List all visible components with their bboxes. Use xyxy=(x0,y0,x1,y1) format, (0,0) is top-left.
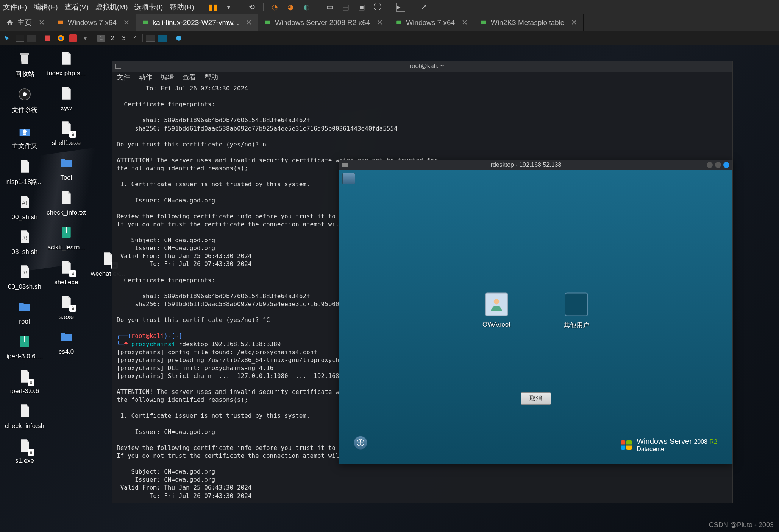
window-icon xyxy=(115,64,121,69)
separator xyxy=(240,3,240,11)
desktop-icon[interactable]: cs4.0 xyxy=(45,328,87,356)
svg-point-26 xyxy=(494,299,500,305)
close-icon[interactable]: ✕ xyxy=(123,18,130,27)
pause-icon[interactable]: ▮▮ xyxy=(208,3,217,12)
desktop-icon[interactable]: 文件系统 xyxy=(4,85,45,114)
desktop-icon[interactable]: index.php.s... xyxy=(45,49,87,77)
file-icon xyxy=(57,258,75,276)
menu-file[interactable]: 文件(E) xyxy=(3,2,27,12)
desktop-icon[interactable]: xyw xyxy=(45,84,87,112)
desktop-icon[interactable]: 主文件夹 xyxy=(4,121,45,150)
cancel-button[interactable]: 取消 xyxy=(521,392,551,405)
updates-icon[interactable] xyxy=(173,33,184,44)
desktop-icon[interactable]: 回收站 xyxy=(4,49,45,78)
menu-help[interactable]: 帮助(H) xyxy=(170,2,194,12)
layout-2-icon[interactable]: ▤ xyxy=(341,3,350,12)
dropdown-icon[interactable]: ▾ xyxy=(80,33,91,44)
file-icon xyxy=(16,402,34,420)
tab-win2k3[interactable]: Win2K3 Metasploitable ✕ xyxy=(474,14,584,31)
tab-winserver[interactable]: Windows Server 2008 R2 x64 ✕ xyxy=(258,14,389,31)
desktop-icon[interactable]: shel.exe xyxy=(45,258,87,286)
vm-icon xyxy=(142,19,149,26)
stretch-icon[interactable]: ⤢ xyxy=(419,3,428,12)
desktop-icon[interactable]: iperf-3.0.6.... xyxy=(4,332,45,360)
close-icon[interactable]: ✕ xyxy=(39,18,45,27)
desktop-icon[interactable]: shell1.exe xyxy=(45,119,87,147)
desktop-icon[interactable]: #!00_sh.sh xyxy=(4,193,45,221)
file-icon: #! xyxy=(16,228,34,246)
menu-edit[interactable]: 编辑(E) xyxy=(34,2,58,12)
term-menu-action[interactable]: 动作 xyxy=(139,73,152,82)
svg-rect-0 xyxy=(58,20,63,24)
maximize-icon[interactable] xyxy=(715,162,721,168)
rdp-user-other[interactable]: 其他用户 xyxy=(564,292,589,329)
terminal-panel-icon[interactable] xyxy=(16,35,24,42)
task-terminal-icon[interactable] xyxy=(146,35,155,42)
tab-win7-1[interactable]: Windows 7 x64 ✕ xyxy=(51,14,136,31)
desktop-icon[interactable]: s.exe xyxy=(45,293,87,321)
editor-icon[interactable] xyxy=(42,33,53,44)
snapshot-revert-icon[interactable]: ◐ xyxy=(302,3,311,12)
rdp-user-owa-root[interactable]: OWA\root xyxy=(482,292,510,329)
rdp-server-manager-icon[interactable] xyxy=(342,173,355,184)
snapshot-mgr-icon[interactable]: ◕ xyxy=(286,3,295,12)
ease-of-access-icon[interactable] xyxy=(354,436,367,450)
workspace-4[interactable]: 4 xyxy=(131,35,139,42)
snapshot-icon[interactable]: ◔ xyxy=(270,3,279,12)
term-menu-edit[interactable]: 编辑 xyxy=(161,73,174,82)
layout-1-icon[interactable]: ▭ xyxy=(325,3,334,12)
terminal-titlebar[interactable]: root@kali: ~ xyxy=(112,61,732,72)
workspace-1[interactable]: 1 xyxy=(97,35,105,42)
svg-point-28 xyxy=(360,440,361,442)
desktop-icon[interactable]: scikit_learn... xyxy=(45,223,87,251)
rdesktop-titlebar[interactable]: rdesktop - 192.168.52.138 xyxy=(339,160,732,170)
svg-rect-22 xyxy=(66,227,67,233)
term-menu-view[interactable]: 查看 xyxy=(183,73,196,82)
kali-panel: ▾ 1 2 3 4 xyxy=(0,31,779,45)
close-icon[interactable]: ✕ xyxy=(571,18,577,27)
close-icon[interactable]: ✕ xyxy=(377,18,383,27)
desktop-icons: 回收站文件系统主文件夹nisp1-18路...#!00_sh.sh#!03_sh… xyxy=(4,49,129,465)
desktop-icon[interactable]: #!03_sh.sh xyxy=(4,228,45,256)
close-icon[interactable]: ✕ xyxy=(462,18,468,27)
svg-rect-2 xyxy=(265,20,270,24)
menu-view[interactable]: 查看(V) xyxy=(65,2,89,12)
desktop-icon[interactable]: iperf-3.0.6 xyxy=(4,367,45,395)
desktop-icon[interactable]: s1.exe xyxy=(4,437,45,465)
tab-kali[interactable]: kali-linux-2023-W27-vmw... ✕ xyxy=(136,14,258,31)
send-ctrlaltdel-icon[interactable]: ⟲ xyxy=(247,3,256,12)
menu-vm[interactable]: 虚拟机(M) xyxy=(95,2,128,12)
close-icon[interactable]: ✕ xyxy=(246,18,252,27)
rdp-username: OWA\root xyxy=(482,320,510,328)
app-red-icon[interactable] xyxy=(69,34,77,42)
tab-label: Windows 7 x64 xyxy=(406,19,455,27)
kali-menu-icon[interactable] xyxy=(2,33,13,44)
desktop-icon[interactable]: nisp1-18路... xyxy=(4,157,45,186)
task-rdesktop-icon[interactable] xyxy=(158,35,167,42)
menu-tabs[interactable]: 选项卡(I) xyxy=(134,2,163,12)
workspace-2[interactable]: 2 xyxy=(108,35,117,42)
workspace-3[interactable]: 3 xyxy=(120,35,128,42)
console-icon[interactable]: ▸_ xyxy=(396,3,405,12)
fullscreen-icon[interactable]: ⛶ xyxy=(373,3,382,12)
desktop-icon[interactable]: Tool xyxy=(45,154,87,182)
rdesktop-body: OWA\root 其他用户 取消 Windows Server 2008 R2 … xyxy=(339,170,732,464)
desktop-icon[interactable]: #!00_03sh.sh xyxy=(4,263,45,291)
files-panel-icon[interactable] xyxy=(27,35,36,42)
desktop-icon[interactable]: check_info.txt xyxy=(45,188,87,216)
term-menu-file[interactable]: 文件 xyxy=(117,73,130,82)
unity-icon[interactable]: ▣ xyxy=(357,3,366,12)
window-icon xyxy=(342,163,348,167)
close-icon[interactable] xyxy=(723,162,729,168)
icon-label: index.php.s... xyxy=(47,70,85,77)
tab-home[interactable]: 主页 ✕ xyxy=(0,14,51,31)
firefox-icon[interactable] xyxy=(56,33,66,44)
desktop-icon[interactable]: root xyxy=(4,297,45,325)
desktop-icon[interactable]: check_info.sh xyxy=(4,402,45,430)
dropdown-icon[interactable]: ▾ xyxy=(224,3,233,12)
file-icon xyxy=(16,437,34,455)
svg-rect-20 xyxy=(72,134,74,136)
tab-win7-2[interactable]: Windows 7 x64 ✕ xyxy=(389,14,474,31)
term-menu-help[interactable]: 帮助 xyxy=(205,73,218,82)
minimize-icon[interactable] xyxy=(707,162,713,168)
